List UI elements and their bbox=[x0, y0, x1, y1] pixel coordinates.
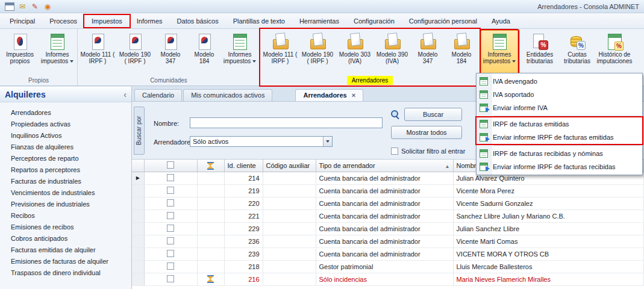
close-tab-icon[interactable]: × bbox=[352, 92, 355, 99]
cell-codigo[interactable] bbox=[263, 247, 316, 260]
cell-tipo[interactable]: Cuenta bancaria del administrador bbox=[316, 210, 453, 222]
ribbon-button-informes-impuestos-arrendadores[interactable]: Informes impuestos bbox=[481, 30, 518, 76]
row-checkbox-cell[interactable] bbox=[144, 184, 197, 197]
cell-nombre[interactable]: Sanchez Llibre Julian y Mariano C.B. bbox=[453, 210, 644, 222]
row-checkbox[interactable] bbox=[167, 174, 174, 181]
menu-tab-herramientas[interactable]: Herramientas bbox=[292, 15, 346, 27]
row-checkbox-cell[interactable] bbox=[144, 210, 197, 222]
table-row[interactable]: 220 Cuenta bancaria del administrador Vi… bbox=[132, 197, 644, 210]
table-row[interactable]: 218 Gestor patrimonial Lluis Mercade Bal… bbox=[132, 260, 644, 273]
row-checkbox[interactable] bbox=[167, 212, 174, 219]
solicitar-filtro-checkbox[interactable] bbox=[391, 148, 398, 155]
ribbon-button-modelo-184-comunidades[interactable]: Modelo 184 bbox=[187, 30, 221, 76]
cell-id-cliente[interactable]: 220 bbox=[224, 197, 263, 210]
ribbon-button-modelo-190-arrendadores[interactable]: Modelo 190 ( IRPF ) bbox=[299, 30, 336, 76]
row-checkbox[interactable] bbox=[167, 187, 174, 194]
table-row[interactable]: 216 Sólo incidencias Maria Nieves Flamer… bbox=[132, 273, 644, 285]
menu-tab-informes[interactable]: Informes bbox=[130, 15, 170, 27]
menu-tab-configuracion[interactable]: Configuración bbox=[346, 15, 402, 27]
row-checkbox[interactable] bbox=[167, 237, 174, 244]
cell-id-cliente[interactable]: 236 bbox=[224, 235, 263, 247]
menu-item-irpf-facturas-emitidas[interactable]: IRPF de facturas emitidas bbox=[477, 117, 642, 131]
cell-id-cliente[interactable]: 216 bbox=[224, 273, 263, 285]
tab-mis-comunicados-activos[interactable]: Mis comunicados activos bbox=[183, 89, 272, 101]
menu-item-enviar-informe-irpf-recibidas[interactable]: Enviar informe IRPF de facturas recibida… bbox=[477, 160, 642, 173]
cell-tipo[interactable]: Cuenta bancaria del administrador bbox=[316, 172, 453, 184]
cell-codigo[interactable] bbox=[263, 172, 316, 184]
ribbon-button-modelo-347-comunidades[interactable]: Modelo 347 bbox=[154, 30, 187, 76]
nombre-input[interactable] bbox=[190, 117, 383, 128]
sidebar-item-emisiones-recibos[interactable]: Emisiones de recibos bbox=[0, 222, 131, 233]
ribbon-button-entidades-tributarias[interactable]: Entidades tributarias bbox=[521, 30, 558, 76]
cell-id-cliente[interactable]: 221 bbox=[224, 210, 263, 222]
menu-item-iva-devengado[interactable]: IVA devengado bbox=[477, 75, 642, 88]
ribbon-button-modelo-111-comunidades[interactable]: Modelo 111 ( IRPF ) bbox=[79, 30, 116, 76]
sidebar-item-facturas-industriales[interactable]: Facturas de industriales bbox=[0, 176, 131, 187]
cell-codigo[interactable] bbox=[263, 222, 316, 235]
cell-nombre[interactable]: Vicente Mora Perez bbox=[453, 184, 644, 197]
row-checkbox[interactable] bbox=[167, 199, 174, 207]
row-checkbox-cell[interactable] bbox=[144, 260, 197, 273]
menu-item-irpf-facturas-recibidas[interactable]: IRPF de facturas recibidas y nóminas bbox=[477, 147, 642, 160]
menu-item-enviar-informe-iva[interactable]: Enviar informe IVA bbox=[477, 101, 642, 114]
cell-nombre[interactable]: Vicente Marti Comas bbox=[453, 235, 644, 247]
cell-tipo[interactable]: Cuenta bancaria del administrador bbox=[316, 197, 453, 210]
window-icon[interactable] bbox=[5, 2, 14, 11]
collapse-sidebar-icon[interactable]: ‹ bbox=[123, 90, 127, 99]
row-checkbox-cell[interactable] bbox=[144, 197, 197, 210]
sidebar-item-facturas-emitidas-alquiler[interactable]: Facturas emitidas de alquiler bbox=[0, 244, 131, 256]
mostrar-todos-button[interactable]: Mostrar todos bbox=[391, 126, 462, 139]
mail-icon[interactable]: ✉ bbox=[17, 2, 27, 11]
sidebar-item-perceptores-reparto[interactable]: Perceptores de reparto bbox=[0, 153, 131, 164]
sidebar-item-previsiones-industriales[interactable]: Previsiones de industriales bbox=[0, 199, 131, 210]
select-all-header[interactable] bbox=[144, 160, 197, 172]
cell-tipo[interactable]: Cuenta bancaria del administrador bbox=[316, 222, 453, 235]
ribbon-button-informes-impuestos-comunidades[interactable]: Informes impuestos bbox=[221, 30, 258, 76]
ribbon-button-modelo-190-comunidades[interactable]: Modelo 190 ( IRPF ) bbox=[116, 30, 154, 76]
menu-item-enviar-informe-irpf-emitidas[interactable]: Enviar informe IRPF de facturas emitidas bbox=[477, 131, 642, 144]
cell-codigo[interactable] bbox=[263, 210, 316, 222]
column-header-tipo-arrendador[interactable]: ▲Tipo de arrendador bbox=[316, 160, 453, 172]
sidebar-item-recibos[interactable]: Recibos bbox=[0, 210, 131, 222]
record-icon[interactable]: ◉ bbox=[43, 2, 52, 11]
row-checkbox[interactable] bbox=[167, 275, 174, 282]
menu-tab-ayuda[interactable]: Ayuda bbox=[484, 15, 517, 27]
table-row[interactable]: 221 Cuenta bancaria del administrador Sa… bbox=[132, 210, 644, 222]
sidebar-item-inquilinos-activos[interactable]: Inquilinos Activos bbox=[0, 130, 131, 141]
menu-tab-configuracion-personal[interactable]: Configuración personal bbox=[402, 15, 484, 27]
menu-tab-datos-basicos[interactable]: Datos básicos bbox=[170, 15, 226, 27]
menu-tab-procesos[interactable]: Procesos bbox=[42, 15, 84, 27]
ribbon-button-modelo-111-arrendadores[interactable]: Modelo 111 ( IRPF ) bbox=[261, 30, 299, 76]
ribbon-button-cuotas-tributarias[interactable]: Cuotas tributarias bbox=[558, 30, 596, 76]
cell-codigo[interactable] bbox=[263, 184, 316, 197]
cell-id-cliente[interactable]: 218 bbox=[224, 260, 263, 273]
cell-codigo[interactable] bbox=[263, 260, 316, 273]
cell-id-cliente[interactable]: 239 bbox=[224, 247, 263, 260]
sidebar-item-emisiones-facturas-alquiler[interactable]: Emisiones de facturas de alquiler bbox=[0, 256, 131, 267]
row-checkbox[interactable] bbox=[167, 250, 174, 257]
sidebar-item-cobros-anticipados[interactable]: Cobros anticipados bbox=[0, 233, 131, 244]
column-header-codigo-auxiliar[interactable]: Código auxiliar bbox=[263, 160, 316, 172]
cell-codigo[interactable] bbox=[263, 235, 316, 247]
menu-item-iva-soportado[interactable]: IVA soportado bbox=[477, 88, 642, 101]
table-row[interactable]: 219 Cuenta bancaria del administrador Vi… bbox=[132, 184, 644, 197]
ribbon-button-informes-impuestos-propios[interactable]: Informes impuestos bbox=[39, 30, 76, 76]
table-row[interactable]: 239 Cuenta bancaria del administrador VI… bbox=[132, 247, 644, 260]
sidebar-item-repartos-perceptores[interactable]: Repartos a perceptores bbox=[0, 164, 131, 176]
row-checkbox-cell[interactable] bbox=[144, 235, 197, 247]
cell-codigo[interactable] bbox=[263, 273, 316, 285]
row-checkbox[interactable] bbox=[167, 263, 174, 270]
cell-tipo[interactable]: Cuenta bancaria del administrador bbox=[316, 247, 453, 260]
select-all-checkbox[interactable] bbox=[167, 161, 174, 169]
cell-nombre[interactable]: Julian Sanchez Llibre bbox=[453, 222, 644, 235]
arrendadores-filter-combobox[interactable]: Sólo activos bbox=[190, 136, 333, 147]
cell-id-cliente[interactable]: 229 bbox=[224, 222, 263, 235]
cell-tipo[interactable]: Cuenta bancaria del administrador bbox=[316, 184, 453, 197]
menu-tab-impuestos[interactable]: Impuestos bbox=[84, 15, 130, 27]
cell-tipo[interactable]: Sólo incidencias bbox=[316, 273, 453, 285]
cell-id-cliente[interactable]: 219 bbox=[224, 184, 263, 197]
buscar-button[interactable]: Buscar bbox=[404, 108, 462, 121]
sidebar-item-propiedades-activas[interactable]: Propiedades activas bbox=[0, 119, 131, 130]
sidebar-item-vencimientos-industriales[interactable]: Vencimientos de industriales bbox=[0, 187, 131, 199]
ribbon-button-historico-imputaciones[interactable]: Histórico de imputaciones bbox=[596, 30, 633, 76]
